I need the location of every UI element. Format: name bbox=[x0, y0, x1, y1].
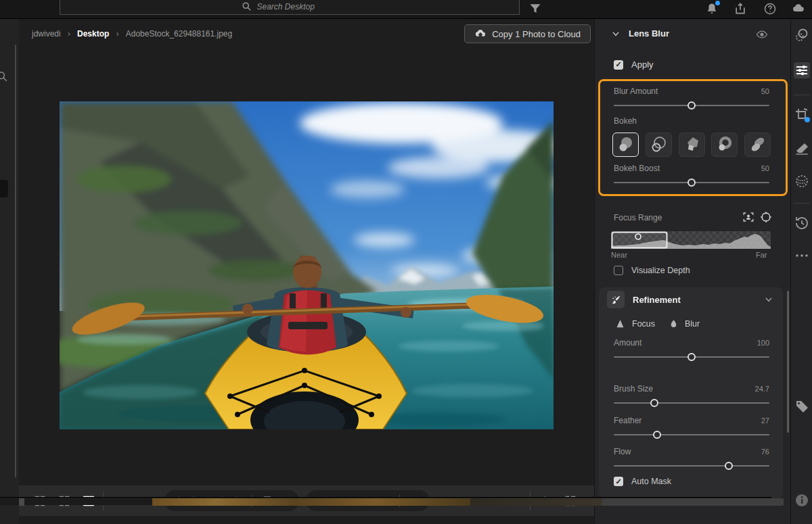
point-focus-icon[interactable] bbox=[760, 211, 772, 223]
feather-handle[interactable] bbox=[653, 431, 661, 439]
refinement-group: Refinement Focus Blur Amount 100 Brush S… bbox=[599, 287, 783, 498]
select-subject-icon[interactable] bbox=[742, 211, 754, 223]
crop-badge-dot bbox=[805, 117, 810, 122]
focus-range-label: Focus Range bbox=[614, 213, 662, 222]
notifications-bell-icon[interactable] bbox=[705, 2, 719, 16]
focus-triangle-icon bbox=[615, 318, 625, 329]
visualize-depth-label: Visualize Depth bbox=[631, 266, 690, 275]
search-input[interactable] bbox=[257, 2, 338, 11]
bokeh-pentagon-button[interactable] bbox=[679, 133, 705, 157]
brush-size-row: Brush Size 24.7 bbox=[614, 384, 769, 404]
flow-slider[interactable] bbox=[614, 465, 769, 467]
amount-handle[interactable] bbox=[687, 353, 696, 361]
visualize-depth-row[interactable]: Visualize Depth bbox=[614, 266, 690, 275]
panel-title: Lens Blur bbox=[629, 28, 669, 39]
history-clock-icon[interactable] bbox=[794, 215, 810, 231]
search-box[interactable] bbox=[60, 0, 520, 15]
divider bbox=[794, 95, 810, 95]
flow-value: 76 bbox=[761, 448, 769, 456]
auto-mask-row[interactable]: ✓ Auto Mask bbox=[614, 477, 671, 486]
keyword-tag-icon[interactable] bbox=[794, 399, 810, 415]
blur-amount-value: 50 bbox=[761, 87, 769, 95]
panel-scrollbar[interactable] bbox=[787, 291, 789, 433]
apply-row[interactable]: ✓ Apply bbox=[614, 59, 654, 70]
chevron-down-icon[interactable] bbox=[764, 295, 773, 304]
kayak-photo-graphic bbox=[60, 101, 554, 429]
more-options-icon[interactable] bbox=[794, 247, 810, 264]
far-label: Far bbox=[756, 251, 767, 259]
edit-sliders-icon[interactable] bbox=[794, 62, 810, 78]
eraser-icon[interactable] bbox=[794, 141, 810, 157]
lens-blur-header[interactable]: Lens Blur bbox=[611, 28, 669, 39]
near-label: Near bbox=[611, 251, 627, 259]
copy-to-cloud-button[interactable]: Copy 1 Photo to Cloud bbox=[464, 24, 591, 43]
left-panel-scrollbar[interactable] bbox=[15, 45, 16, 477]
check-icon: ✓ bbox=[615, 477, 621, 486]
apply-label: Apply bbox=[631, 59, 654, 70]
blur-amount-label: Blur Amount bbox=[614, 87, 658, 96]
blur-amount-row: Blur Amount 50 bbox=[614, 87, 769, 106]
visualize-depth-checkbox[interactable] bbox=[614, 266, 623, 275]
help-icon[interactable] bbox=[763, 2, 777, 16]
apply-checkbox[interactable]: ✓ bbox=[614, 60, 623, 70]
blur-amount-handle[interactable] bbox=[687, 101, 696, 110]
amount-slider[interactable] bbox=[614, 356, 769, 358]
brush-size-label: Brush Size bbox=[614, 384, 653, 394]
brush-size-handle[interactable] bbox=[650, 399, 658, 407]
focus-range-histogram[interactable] bbox=[611, 231, 771, 249]
cloud-sync-icon[interactable] bbox=[792, 1, 805, 15]
focus-mode-label: Focus bbox=[632, 319, 655, 329]
blur-amount-slider[interactable] bbox=[614, 105, 769, 106]
refine-focus-mode[interactable]: Focus bbox=[615, 318, 655, 329]
edit-panel: Lens Blur ✓ Apply Blur Amount 50 Bokeh bbox=[594, 19, 790, 524]
amount-row: Amount 100 bbox=[614, 338, 769, 358]
brush-size-value: 24.7 bbox=[755, 385, 769, 393]
share-icon[interactable] bbox=[734, 2, 747, 16]
breadcrumb-account[interactable]: jdwivedi bbox=[32, 29, 61, 39]
filter-funnel-icon[interactable] bbox=[528, 2, 542, 16]
blur-mode-label: Blur bbox=[685, 319, 700, 329]
tool-strip bbox=[790, 19, 812, 524]
search-icon bbox=[242, 1, 252, 11]
bokeh-label: Bokeh bbox=[614, 116, 637, 126]
brush-size-slider[interactable] bbox=[614, 402, 769, 404]
brush-tool-icon[interactable] bbox=[607, 291, 625, 308]
bokeh-boost-handle[interactable] bbox=[687, 178, 696, 187]
zoom-search-icon[interactable] bbox=[0, 70, 8, 82]
healing-icon[interactable] bbox=[794, 173, 810, 189]
left-panel-edge bbox=[0, 19, 19, 524]
bokeh-boost-slider[interactable] bbox=[614, 182, 769, 183]
bokeh-blade-button[interactable] bbox=[744, 133, 771, 157]
feather-label: Feather bbox=[614, 416, 641, 425]
breadcrumb: jdwivedi › Desktop › AdobeStock_62948816… bbox=[32, 28, 232, 39]
refine-blur-mode[interactable]: Blur bbox=[669, 318, 700, 329]
lens-blur-tool-icon[interactable] bbox=[794, 27, 810, 43]
filmstrip-sliver[interactable] bbox=[0, 497, 771, 505]
divider bbox=[794, 203, 810, 204]
collapse-panel-tab[interactable] bbox=[0, 180, 8, 197]
bokeh-ring-button[interactable] bbox=[646, 133, 672, 157]
feather-row: Feather 27 bbox=[614, 416, 769, 435]
chevron-right-icon: › bbox=[68, 28, 70, 39]
flow-handle[interactable] bbox=[725, 462, 733, 470]
crop-rotate-icon[interactable] bbox=[794, 107, 810, 123]
chevron-right-icon: › bbox=[116, 28, 118, 39]
feather-slider[interactable] bbox=[614, 434, 769, 435]
check-icon: ✓ bbox=[615, 60, 621, 69]
cloud-upload-icon bbox=[474, 28, 487, 40]
blur-droplet-icon bbox=[669, 318, 678, 329]
chevron-down-icon[interactable] bbox=[611, 29, 621, 39]
auto-mask-checkbox[interactable]: ✓ bbox=[614, 477, 623, 486]
breadcrumb-folder[interactable]: Desktop bbox=[77, 29, 109, 39]
info-icon[interactable] bbox=[794, 492, 810, 508]
photo-image[interactable] bbox=[60, 101, 554, 429]
refinement-title: Refinement bbox=[633, 295, 681, 305]
notification-dot bbox=[715, 1, 720, 5]
bokeh-circle-button[interactable] bbox=[612, 133, 639, 157]
eye-preview-icon[interactable] bbox=[756, 28, 768, 41]
amount-label: Amount bbox=[614, 338, 641, 348]
bokeh-donut-button[interactable] bbox=[711, 133, 738, 157]
flow-row: Flow 76 bbox=[614, 447, 769, 467]
feather-value: 27 bbox=[761, 416, 769, 425]
auto-mask-label: Auto Mask bbox=[631, 477, 671, 486]
